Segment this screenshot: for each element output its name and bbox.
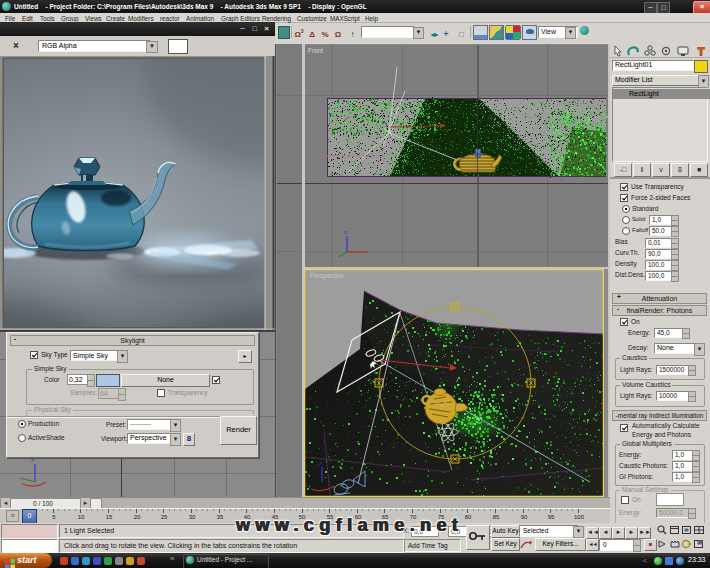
svg-text:Front: Front bbox=[308, 47, 323, 54]
svg-text:z: z bbox=[319, 460, 322, 466]
svg-text:Perspective: Perspective bbox=[310, 272, 344, 280]
svg-text:z: z bbox=[344, 229, 347, 235]
